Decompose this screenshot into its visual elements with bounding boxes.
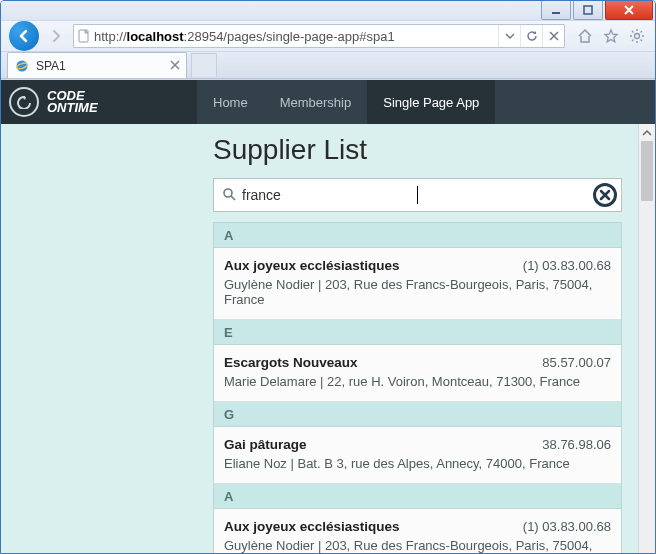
scroll-thumb[interactable] bbox=[641, 141, 653, 201]
page-viewport: CODE ONTIME HomeMembershipSingle Page Ap… bbox=[1, 79, 655, 554]
app-brand: CODE ONTIME bbox=[1, 80, 197, 124]
address-bar[interactable]: http://localhost:28954/pages/single-page… bbox=[73, 24, 565, 48]
brand-logo-text: CODE ONTIME bbox=[47, 90, 98, 114]
nav-item[interactable]: Membership bbox=[264, 80, 368, 124]
supplier-detail: Eliane Noz | Bat. B 3, rue des Alpes, An… bbox=[224, 456, 611, 471]
supplier-name: Aux joyeux ecclésiastiques bbox=[224, 258, 400, 273]
settings-gear-icon[interactable] bbox=[627, 26, 647, 46]
supplier-name: Escargots Nouveaux bbox=[224, 355, 358, 370]
brand-back-icon[interactable] bbox=[9, 87, 39, 117]
list-group-header: E bbox=[214, 320, 621, 345]
list-item[interactable]: Gai pâturage38.76.98.06Eliane Noz | Bat.… bbox=[214, 427, 621, 484]
ie-favicon-icon bbox=[14, 58, 30, 74]
supplier-detail: Marie Delamare | 22, rue H. Voiron, Mont… bbox=[224, 374, 611, 389]
list-item[interactable]: Aux joyeux ecclésiastiques(1) 03.83.00.6… bbox=[214, 248, 621, 320]
refresh-icon[interactable] bbox=[520, 25, 542, 47]
search-icon bbox=[222, 187, 236, 204]
list-item[interactable]: Escargots Nouveaux85.57.00.07Marie Delam… bbox=[214, 345, 621, 402]
scrollbar[interactable] bbox=[638, 124, 655, 554]
new-tab-button[interactable] bbox=[191, 53, 217, 77]
browser-forward-button[interactable] bbox=[45, 25, 67, 47]
app-nav: HomeMembershipSingle Page App bbox=[197, 80, 655, 124]
svg-line-9 bbox=[641, 40, 643, 42]
browser-tab-title: SPA1 bbox=[36, 59, 66, 73]
stop-icon[interactable] bbox=[542, 25, 564, 47]
supplier-phone: 85.57.00.07 bbox=[542, 355, 611, 370]
page-title: Supplier List bbox=[197, 124, 638, 178]
svg-line-10 bbox=[632, 40, 634, 42]
supplier-detail: Guylène Nodier | 203, Rue des Francs-Bou… bbox=[224, 538, 611, 554]
browser-tab[interactable]: SPA1 bbox=[7, 52, 187, 78]
page-icon bbox=[74, 29, 94, 43]
app-header: CODE ONTIME HomeMembershipSingle Page Ap… bbox=[1, 80, 655, 124]
browser-window: http://localhost:28954/pages/single-page… bbox=[0, 0, 656, 554]
app-side-column bbox=[1, 124, 197, 554]
svg-line-8 bbox=[632, 31, 634, 33]
window-minimize-button[interactable] bbox=[541, 1, 571, 20]
svg-rect-1 bbox=[584, 6, 592, 14]
window-maximize-button[interactable] bbox=[573, 1, 603, 20]
svg-line-11 bbox=[641, 31, 643, 33]
app-root: CODE ONTIME HomeMembershipSingle Page Ap… bbox=[1, 80, 655, 554]
svg-point-3 bbox=[635, 34, 640, 39]
nav-item[interactable]: Single Page App bbox=[367, 80, 495, 124]
scroll-track[interactable] bbox=[639, 141, 655, 554]
address-url: http://localhost:28954/pages/single-page… bbox=[94, 29, 498, 44]
window-close-button[interactable] bbox=[605, 1, 653, 20]
scroll-up-icon[interactable] bbox=[639, 124, 655, 141]
supplier-phone: 38.76.98.06 bbox=[542, 437, 611, 452]
clear-search-icon[interactable] bbox=[593, 183, 617, 207]
home-icon[interactable] bbox=[575, 26, 595, 46]
list-group-header: A bbox=[214, 223, 621, 248]
window-titlebar bbox=[1, 1, 655, 21]
svg-point-14 bbox=[224, 189, 232, 197]
address-dropdown-icon[interactable] bbox=[498, 25, 520, 47]
supplier-name: Aux joyeux ecclésiastiques bbox=[224, 519, 400, 534]
supplier-phone: (1) 03.83.00.68 bbox=[523, 519, 611, 534]
search-input[interactable] bbox=[242, 179, 418, 211]
supplier-detail: Guylène Nodier | 203, Rue des Francs-Bou… bbox=[224, 277, 611, 307]
supplier-list: AAux joyeux ecclésiastiques(1) 03.83.00.… bbox=[213, 222, 622, 554]
svg-line-15 bbox=[231, 196, 235, 200]
text-caret bbox=[417, 186, 418, 204]
search-box[interactable] bbox=[213, 178, 622, 212]
supplier-phone: (1) 03.83.00.68 bbox=[523, 258, 611, 273]
browser-tab-strip: SPA1 bbox=[1, 52, 655, 79]
browser-back-button[interactable] bbox=[9, 21, 39, 51]
tab-close-icon[interactable] bbox=[170, 59, 180, 73]
list-group-header: A bbox=[214, 484, 621, 509]
app-main: Supplier List AAux jo bbox=[197, 124, 655, 554]
browser-toolbar-icons bbox=[575, 26, 647, 46]
nav-item[interactable]: Home bbox=[197, 80, 264, 124]
list-group-header: G bbox=[214, 402, 621, 427]
favorites-icon[interactable] bbox=[601, 26, 621, 46]
list-item[interactable]: Aux joyeux ecclésiastiques(1) 03.83.00.6… bbox=[214, 509, 621, 554]
app-body: Supplier List AAux jo bbox=[1, 124, 655, 554]
supplier-name: Gai pâturage bbox=[224, 437, 307, 452]
browser-nav-bar: http://localhost:28954/pages/single-page… bbox=[1, 21, 655, 52]
